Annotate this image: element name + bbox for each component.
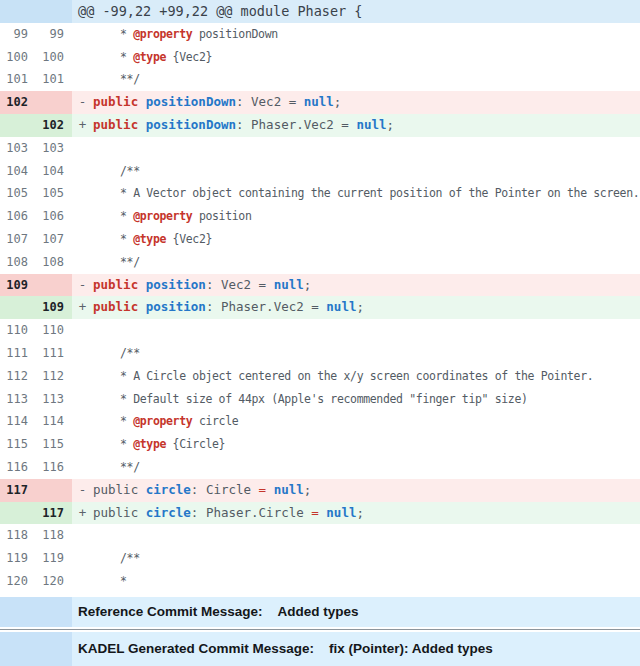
code-token: ; <box>387 117 395 132</box>
diff-row-ctx: 113113* Default size of 44px (Apple's re… <box>0 388 640 411</box>
code-token: @property <box>133 209 192 223</box>
diff-row-ctx: 9999* @property positionDown <box>0 23 640 46</box>
diff-row-ctx: 118118 <box>0 524 640 547</box>
line-number-gutter: 120120 <box>0 570 72 593</box>
diff-sign <box>72 342 93 365</box>
line-number-new: 119 <box>36 547 72 570</box>
line-number-new: 102 <box>36 114 72 137</box>
line-number-old: 111 <box>0 342 36 365</box>
code-line <box>93 137 640 160</box>
code-token: positionDown <box>146 94 236 109</box>
line-number-new: 103 <box>36 137 72 160</box>
code-line: **/ <box>93 456 640 479</box>
code-token: : Phaser.Circle <box>191 505 311 520</box>
code-token: * <box>120 437 133 451</box>
line-number-gutter: 117 <box>0 502 72 525</box>
code-token: @property <box>133 414 192 428</box>
line-number-old <box>0 502 36 525</box>
code-token: null <box>274 277 304 292</box>
line-number-gutter: 104104 <box>0 160 72 183</box>
code-token: position <box>146 299 206 314</box>
row-separator <box>0 629 640 630</box>
line-number-gutter: 114114 <box>0 410 72 433</box>
diff-sign <box>72 68 93 91</box>
line-number-gutter: 101101 <box>0 68 72 91</box>
generated-commit-gutter <box>0 632 72 666</box>
generated-commit-value: fix (Pointer): Added types <box>329 641 493 656</box>
code-token: * <box>120 27 133 41</box>
line-number-gutter: 108108 <box>0 251 72 274</box>
code-line: * @property position <box>93 205 640 228</box>
code-token: circle <box>192 414 238 428</box>
line-number-new: 116 <box>36 456 72 479</box>
code-token: circle <box>146 482 191 497</box>
line-number-old: 108 <box>0 251 36 274</box>
code-token: : Phaser.Vec2 = <box>236 117 356 132</box>
diff-sign <box>72 547 93 570</box>
line-number-old <box>0 114 36 137</box>
diff-sign <box>72 319 93 342</box>
code-token: public <box>93 117 138 132</box>
code-token: null <box>326 299 356 314</box>
diff-row-del: 102-public positionDown: Vec2 = null; <box>0 91 640 114</box>
code-line: public circle: Phaser.Circle = null; <box>93 502 640 525</box>
code-token: = <box>259 482 274 497</box>
code-line: * @property positionDown <box>93 23 640 46</box>
code-token: ; <box>334 94 342 109</box>
code-token: : Phaser.Vec2 = <box>206 299 326 314</box>
diff-sign <box>72 433 93 456</box>
hunk-header-text: @@ -99,22 +99,22 @@ module Phaser { <box>72 0 640 23</box>
code-token: {Vec2} <box>166 232 212 246</box>
diff-view-page: { "diff": { "hunk_header": "@@ -99,22 +9… <box>0 0 640 666</box>
code-token: positionDown <box>146 117 236 132</box>
code-line: public circle: Circle = null; <box>93 479 640 502</box>
reference-commit-content: Reference Commit Message: Added types <box>72 597 640 627</box>
code-line <box>93 319 640 342</box>
code-token: public <box>93 482 146 497</box>
code-token: @type <box>133 50 166 64</box>
code-line: * @type {Vec2} <box>93 228 640 251</box>
line-number-gutter: 9999 <box>0 23 72 46</box>
line-number-new: 100 <box>36 46 72 69</box>
code-token: : Vec2 = <box>236 94 304 109</box>
line-number-new: 112 <box>36 365 72 388</box>
diff-sign <box>72 251 93 274</box>
code-line: /** <box>93 160 640 183</box>
line-number-gutter: 113113 <box>0 388 72 411</box>
code-line: public position: Vec2 = null; <box>93 274 640 297</box>
line-number-new <box>36 91 72 114</box>
line-number-new: 114 <box>36 410 72 433</box>
code-line: * @type {Vec2} <box>93 46 640 69</box>
diff-sign <box>72 46 93 69</box>
code-token: public <box>93 94 138 109</box>
code-token: @type <box>133 232 166 246</box>
code-token: null <box>274 482 304 497</box>
diff-row-add: 117+public circle: Phaser.Circle = null; <box>0 502 640 525</box>
diff-sign: - <box>72 479 93 502</box>
code-token: position <box>192 209 251 223</box>
diff-sign: + <box>72 502 93 525</box>
code-line: public position: Phaser.Vec2 = null; <box>93 296 640 319</box>
line-number-old: 114 <box>0 410 36 433</box>
line-number-new: 117 <box>36 502 72 525</box>
code-token: **/ <box>120 460 140 474</box>
code-token: * A Circle object centered on the x/y sc… <box>120 369 593 383</box>
line-number-gutter: 106106 <box>0 205 72 228</box>
line-number-gutter: 103103 <box>0 137 72 160</box>
diff-row-ctx: 103103 <box>0 137 640 160</box>
line-number-gutter: 109 <box>0 296 72 319</box>
generated-commit-content: KADEL Generated Commit Message: fix (Poi… <box>72 632 640 666</box>
code-line: * @type {Circle} <box>93 433 640 456</box>
code-line: **/ <box>93 251 640 274</box>
diff-sign <box>72 137 93 160</box>
diff-sign <box>72 410 93 433</box>
line-number-old: 101 <box>0 68 36 91</box>
line-number-gutter: 116116 <box>0 456 72 479</box>
diff-sign <box>72 524 93 547</box>
line-number-new: 113 <box>36 388 72 411</box>
diff-sign: - <box>72 274 93 297</box>
code-token: * <box>120 209 133 223</box>
reference-commit-gutter <box>0 597 72 627</box>
line-number-old: 116 <box>0 456 36 479</box>
diff-sign <box>72 160 93 183</box>
